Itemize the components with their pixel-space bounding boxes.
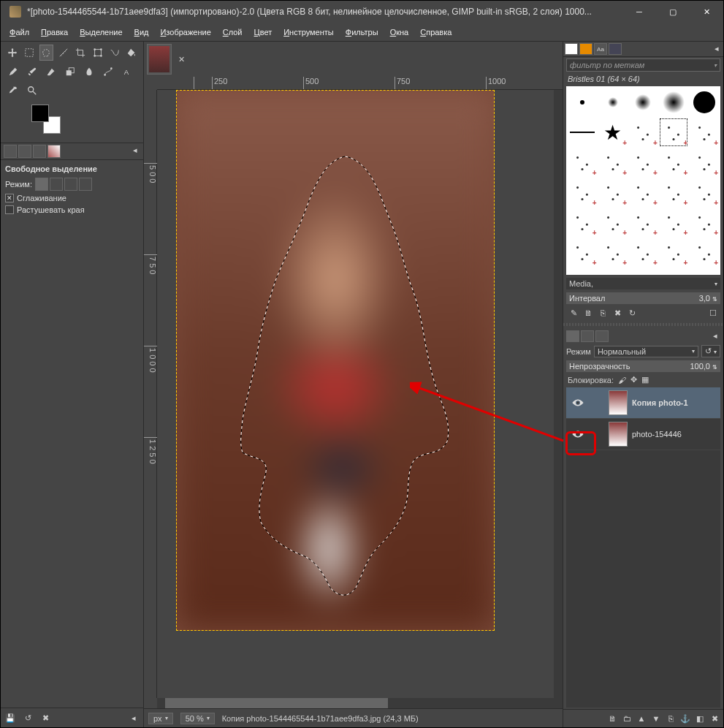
tool-zoom[interactable] xyxy=(24,83,40,99)
layer-switch-icon[interactable]: ↺ ▾ xyxy=(701,345,720,357)
brush-new-icon[interactable]: 🗎 xyxy=(582,307,594,319)
tab-history[interactable] xyxy=(609,43,622,55)
layers-config-icon[interactable]: ◂ xyxy=(710,330,720,341)
brush-item[interactable]: + xyxy=(628,148,658,177)
tool-warp[interactable] xyxy=(107,45,121,61)
lock-paint-icon[interactable]: 🖌 xyxy=(618,376,626,384)
antialias-checkbox[interactable]: ✕ xyxy=(5,194,14,202)
brush-item[interactable]: + xyxy=(628,238,658,267)
menu-image[interactable]: Изображение xyxy=(154,25,216,39)
brush-item[interactable]: + xyxy=(568,148,598,177)
menu-colors[interactable]: Цвет xyxy=(248,25,278,39)
brush-item[interactable] xyxy=(689,88,719,117)
tab-fonts[interactable]: Aa xyxy=(594,43,607,55)
tab-brushes[interactable] xyxy=(565,43,578,55)
reset-preset-icon[interactable]: ◂ xyxy=(127,711,140,724)
tool-pencil[interactable] xyxy=(5,64,21,80)
menu-windows[interactable]: Окна xyxy=(384,25,415,39)
mode-intersect[interactable] xyxy=(79,178,92,191)
lock-position-icon[interactable]: ✥ xyxy=(630,375,637,384)
brush-item[interactable]: + xyxy=(689,178,719,207)
feather-checkbox[interactable] xyxy=(5,205,14,214)
brush-zoom-icon[interactable]: ☐ xyxy=(707,307,719,319)
tab-images[interactable] xyxy=(47,145,61,158)
tab-device[interactable] xyxy=(18,145,31,158)
brush-item[interactable]: + xyxy=(628,178,658,207)
horizontal-scrollbar[interactable] xyxy=(157,698,563,708)
save-preset-icon[interactable]: 💾 xyxy=(4,711,17,724)
layer-dup-icon[interactable]: ⎘ xyxy=(665,713,677,724)
layer-name[interactable]: Копия photo-1 xyxy=(632,398,717,407)
brush-del-icon[interactable]: ✖ xyxy=(611,307,623,319)
layer-item[interactable]: Копия photo-1 xyxy=(566,387,720,419)
layer-opacity[interactable]: Непрозрачность 100,0 ⇅ xyxy=(566,360,720,372)
brush-edit-icon[interactable]: ✎ xyxy=(568,307,579,319)
brush-item[interactable]: ★+ xyxy=(598,118,628,147)
brush-item[interactable]: + xyxy=(659,178,689,207)
menu-view[interactable]: Вид xyxy=(129,25,155,39)
brush-item[interactable]: + xyxy=(689,238,719,267)
tool-bucket[interactable] xyxy=(125,45,139,61)
tab-channels[interactable] xyxy=(581,330,594,342)
brush-item[interactable]: + xyxy=(598,208,628,237)
tool-crop[interactable] xyxy=(74,45,88,61)
tab-config-icon[interactable]: ◂ xyxy=(130,145,140,155)
layer-delete-icon[interactable]: ✖ xyxy=(709,713,720,724)
unit-select[interactable]: px▾ xyxy=(148,713,173,724)
brush-media-select[interactable]: Media,▾ xyxy=(566,278,720,289)
maximize-button[interactable]: ▢ xyxy=(656,1,690,23)
tool-smudge[interactable] xyxy=(81,64,97,80)
brush-item[interactable] xyxy=(568,88,598,117)
menu-help[interactable]: Справка xyxy=(414,25,457,39)
brush-grid[interactable]: ★+ + + + + + + + + + + + + + + + + + + +… xyxy=(566,86,720,275)
brush-item[interactable]: + xyxy=(628,118,658,147)
color-swatch[interactable] xyxy=(31,105,61,134)
tool-clone[interactable] xyxy=(62,64,78,80)
brush-item[interactable]: + xyxy=(689,148,719,177)
restore-preset-icon[interactable]: ↺ xyxy=(21,711,34,724)
layer-mode-select[interactable]: Нормальный▾ xyxy=(594,346,698,357)
brush-item[interactable] xyxy=(659,88,689,117)
layer-up-icon[interactable]: ▲ xyxy=(636,713,647,724)
foreground-color[interactable] xyxy=(31,105,49,122)
lock-alpha-icon[interactable]: ▦ xyxy=(641,375,649,384)
tool-eraser[interactable] xyxy=(43,64,59,80)
close-button[interactable]: ✕ xyxy=(690,1,723,23)
layer-visibility-icon[interactable] xyxy=(569,427,587,441)
tab-tool-options[interactable] xyxy=(4,145,17,158)
layer-group-icon[interactable]: 🗀 xyxy=(621,713,633,724)
layer-mask-icon[interactable]: ◧ xyxy=(694,713,706,724)
brush-interval[interactable]: Интервал 3,0 ⇅ xyxy=(566,292,720,304)
document-close-icon[interactable]: ✕ xyxy=(176,54,186,64)
mode-subtract[interactable] xyxy=(64,178,77,191)
brush-item[interactable]: + xyxy=(568,238,598,267)
layer-visibility-icon[interactable] xyxy=(569,395,587,410)
brush-item[interactable]: + xyxy=(689,118,719,147)
layer-name[interactable]: photo-154446 xyxy=(632,430,717,439)
brush-item[interactable]: + xyxy=(628,208,658,237)
tab-paths[interactable] xyxy=(595,330,609,342)
layer-new-icon[interactable]: 🗎 xyxy=(606,713,618,724)
brush-item[interactable]: + xyxy=(598,178,628,207)
brush-item[interactable]: + xyxy=(598,238,628,267)
minimize-button[interactable]: ─ xyxy=(622,1,656,23)
tab-layers[interactable] xyxy=(566,330,579,342)
image-canvas[interactable] xyxy=(176,90,495,631)
brush-item[interactable] xyxy=(568,118,598,147)
brush-item[interactable]: + xyxy=(568,178,598,207)
mode-add[interactable] xyxy=(50,178,63,191)
tool-color-picker[interactable] xyxy=(5,83,21,99)
menu-tools[interactable]: Инструменты xyxy=(278,25,340,39)
brush-item[interactable]: + xyxy=(659,118,689,147)
brush-filter-input[interactable]: фильтр по меткам▾ xyxy=(566,58,720,72)
menu-filters[interactable]: Фильтры xyxy=(340,25,384,39)
brush-item[interactable]: + xyxy=(659,208,689,237)
brush-item[interactable]: + xyxy=(659,148,689,177)
brush-dup-icon[interactable]: ⎘ xyxy=(597,307,609,319)
tab-patterns[interactable] xyxy=(579,43,592,55)
brush-refresh-icon[interactable]: ↻ xyxy=(626,307,638,319)
tool-measure[interactable] xyxy=(56,45,70,61)
document-tab[interactable] xyxy=(147,44,172,75)
vertical-scrollbar[interactable] xyxy=(554,90,563,698)
layer-item[interactable]: photo-154446 xyxy=(566,419,720,450)
